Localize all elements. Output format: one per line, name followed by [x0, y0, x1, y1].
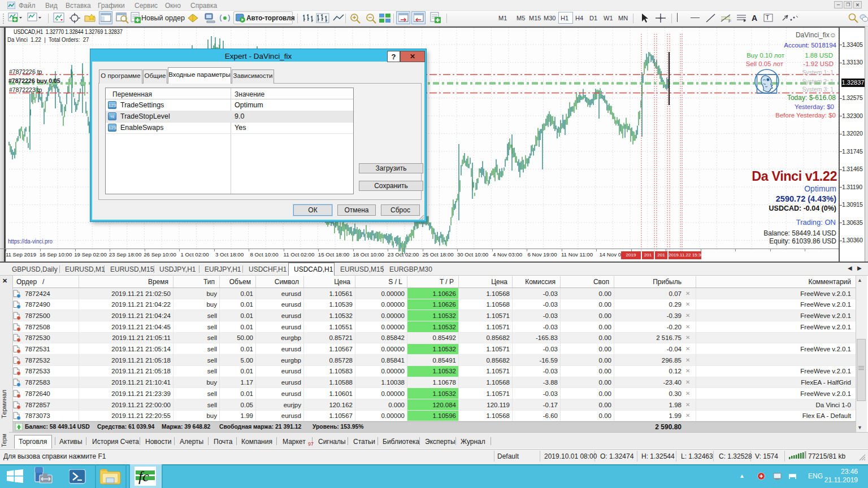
svg-text:fc: fc	[138, 468, 149, 484]
